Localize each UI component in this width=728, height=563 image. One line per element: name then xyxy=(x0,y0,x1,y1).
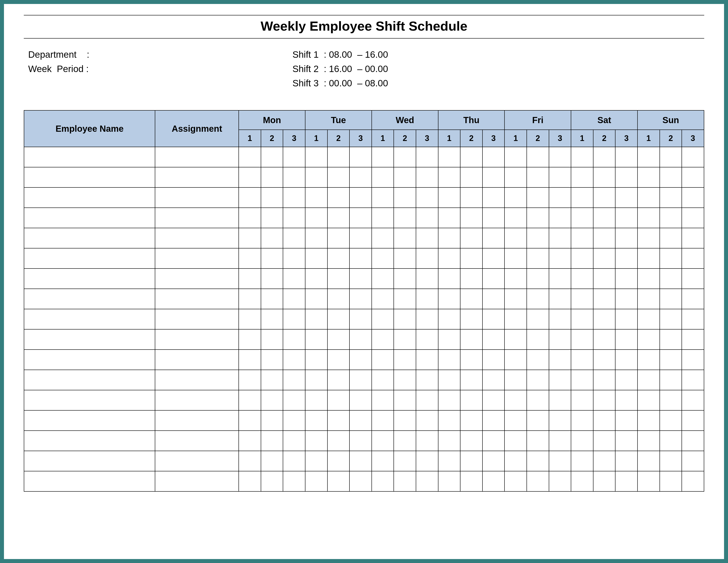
cell-assignment[interactable] xyxy=(155,167,239,187)
cell-shift[interactable] xyxy=(593,187,615,208)
cell-assignment[interactable] xyxy=(155,309,239,329)
cell-shift[interactable] xyxy=(327,208,350,228)
cell-shift[interactable] xyxy=(283,410,305,431)
cell-shift[interactable] xyxy=(372,471,394,491)
cell-shift[interactable] xyxy=(527,248,549,269)
cell-shift[interactable] xyxy=(305,370,327,390)
cell-shift[interactable] xyxy=(305,289,327,309)
cell-shift[interactable] xyxy=(549,350,571,370)
cell-shift[interactable] xyxy=(615,471,637,491)
cell-shift[interactable] xyxy=(305,350,327,370)
cell-shift[interactable] xyxy=(504,167,527,187)
cell-shift[interactable] xyxy=(593,410,615,431)
cell-shift[interactable] xyxy=(349,309,372,329)
cell-shift[interactable] xyxy=(239,289,261,309)
cell-shift[interactable] xyxy=(527,329,549,350)
cell-assignment[interactable] xyxy=(155,431,239,451)
cell-shift[interactable] xyxy=(372,390,394,410)
cell-shift[interactable] xyxy=(637,269,660,289)
cell-shift[interactable] xyxy=(416,370,438,390)
cell-shift[interactable] xyxy=(438,350,460,370)
cell-employee-name[interactable] xyxy=(24,289,155,309)
cell-shift[interactable] xyxy=(593,471,615,491)
cell-employee-name[interactable] xyxy=(24,471,155,491)
cell-shift[interactable] xyxy=(327,228,350,248)
cell-shift[interactable] xyxy=(615,147,637,167)
cell-shift[interactable] xyxy=(372,167,394,187)
cell-shift[interactable] xyxy=(615,309,637,329)
cell-shift[interactable] xyxy=(482,329,505,350)
cell-shift[interactable] xyxy=(660,187,682,208)
cell-assignment[interactable] xyxy=(155,187,239,208)
cell-shift[interactable] xyxy=(349,471,372,491)
cell-shift[interactable] xyxy=(416,390,438,410)
cell-shift[interactable] xyxy=(593,167,615,187)
cell-shift[interactable] xyxy=(416,187,438,208)
cell-shift[interactable] xyxy=(615,390,637,410)
cell-assignment[interactable] xyxy=(155,228,239,248)
cell-shift[interactable] xyxy=(460,147,482,167)
cell-shift[interactable] xyxy=(504,269,527,289)
cell-shift[interactable] xyxy=(349,228,372,248)
cell-shift[interactable] xyxy=(615,167,637,187)
cell-shift[interactable] xyxy=(637,370,660,390)
cell-shift[interactable] xyxy=(372,228,394,248)
cell-shift[interactable] xyxy=(615,208,637,228)
cell-shift[interactable] xyxy=(327,147,350,167)
cell-shift[interactable] xyxy=(394,431,416,451)
cell-shift[interactable] xyxy=(261,269,283,289)
cell-shift[interactable] xyxy=(283,390,305,410)
cell-shift[interactable] xyxy=(460,329,482,350)
cell-shift[interactable] xyxy=(349,350,372,370)
cell-shift[interactable] xyxy=(239,431,261,451)
cell-shift[interactable] xyxy=(637,208,660,228)
cell-shift[interactable] xyxy=(615,269,637,289)
cell-shift[interactable] xyxy=(571,309,593,329)
cell-shift[interactable] xyxy=(460,309,482,329)
cell-shift[interactable] xyxy=(438,309,460,329)
cell-shift[interactable] xyxy=(571,471,593,491)
cell-shift[interactable] xyxy=(527,289,549,309)
cell-shift[interactable] xyxy=(327,289,350,309)
cell-shift[interactable] xyxy=(416,269,438,289)
cell-shift[interactable] xyxy=(394,451,416,471)
cell-shift[interactable] xyxy=(660,289,682,309)
cell-shift[interactable] xyxy=(261,187,283,208)
cell-shift[interactable] xyxy=(394,269,416,289)
cell-shift[interactable] xyxy=(615,410,637,431)
cell-shift[interactable] xyxy=(527,208,549,228)
cell-shift[interactable] xyxy=(482,390,505,410)
cell-shift[interactable] xyxy=(504,390,527,410)
cell-shift[interactable] xyxy=(283,309,305,329)
cell-shift[interactable] xyxy=(527,147,549,167)
cell-shift[interactable] xyxy=(305,410,327,431)
cell-shift[interactable] xyxy=(460,410,482,431)
cell-shift[interactable] xyxy=(239,167,261,187)
cell-shift[interactable] xyxy=(660,208,682,228)
cell-shift[interactable] xyxy=(660,228,682,248)
cell-shift[interactable] xyxy=(571,451,593,471)
cell-assignment[interactable] xyxy=(155,410,239,431)
cell-shift[interactable] xyxy=(571,187,593,208)
cell-shift[interactable] xyxy=(482,248,505,269)
cell-shift[interactable] xyxy=(305,187,327,208)
cell-assignment[interactable] xyxy=(155,350,239,370)
cell-shift[interactable] xyxy=(438,431,460,451)
cell-employee-name[interactable] xyxy=(24,187,155,208)
cell-shift[interactable] xyxy=(372,350,394,370)
cell-shift[interactable] xyxy=(283,451,305,471)
cell-shift[interactable] xyxy=(239,350,261,370)
cell-shift[interactable] xyxy=(372,410,394,431)
cell-shift[interactable] xyxy=(504,431,527,451)
cell-shift[interactable] xyxy=(283,187,305,208)
cell-shift[interactable] xyxy=(660,410,682,431)
cell-shift[interactable] xyxy=(504,147,527,167)
cell-shift[interactable] xyxy=(327,370,350,390)
cell-shift[interactable] xyxy=(615,248,637,269)
cell-shift[interactable] xyxy=(438,208,460,228)
cell-shift[interactable] xyxy=(438,451,460,471)
cell-shift[interactable] xyxy=(305,167,327,187)
cell-employee-name[interactable] xyxy=(24,309,155,329)
cell-shift[interactable] xyxy=(416,471,438,491)
cell-shift[interactable] xyxy=(372,451,394,471)
